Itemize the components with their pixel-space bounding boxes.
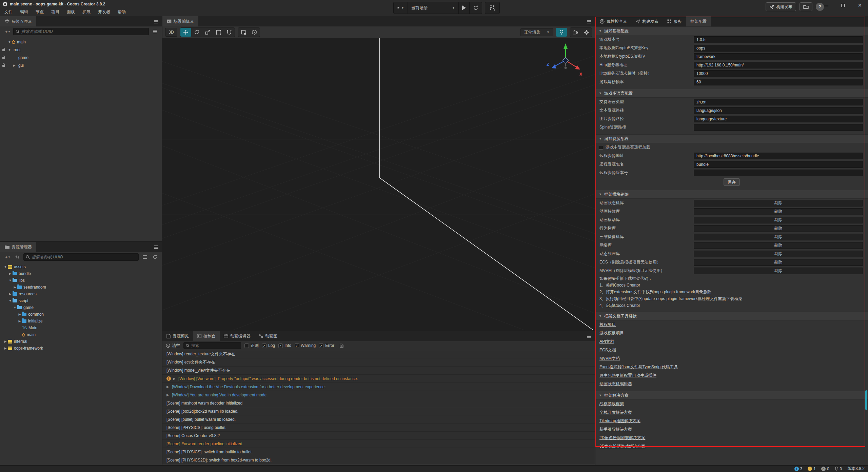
remote-bundle-input[interactable] bbox=[694, 162, 863, 167]
tab-asset-preview[interactable]: 资源预览 bbox=[162, 331, 193, 341]
menu-project[interactable]: 项目 bbox=[47, 8, 63, 16]
remove-module-button[interactable]: 剔除 bbox=[694, 234, 863, 240]
doc-link[interactable]: API文档 bbox=[599, 339, 614, 345]
caret-open-icon[interactable]: ▼ bbox=[13, 306, 17, 309]
lock-icon[interactable] bbox=[2, 49, 5, 51]
tab-console[interactable]: 控制台 bbox=[193, 331, 220, 341]
section-resource-config[interactable]: ▼ 游戏资源配置 bbox=[595, 134, 868, 143]
log-row[interactable]: [Window] render_texture文件夹不存在 bbox=[162, 350, 595, 358]
fps-input[interactable] bbox=[694, 80, 863, 84]
help-button[interactable]: ? bbox=[816, 3, 824, 11]
expand-icon[interactable]: ▶ bbox=[166, 393, 170, 397]
menu-developer[interactable]: 开发者 bbox=[94, 8, 114, 16]
render-mode-select[interactable]: 正常渲染 ▼ bbox=[520, 28, 553, 36]
caret-closed-icon[interactable]: ▶ bbox=[3, 347, 8, 350]
remove-module-button[interactable]: 剔除 bbox=[694, 251, 863, 257]
caret-closed-icon[interactable]: ▶ bbox=[8, 292, 13, 296]
asset-node-initialize[interactable]: ▶ initialize bbox=[0, 318, 162, 324]
caret-open-icon[interactable]: ▼ bbox=[7, 40, 12, 44]
filter-log-checkbox[interactable]: Log bbox=[262, 343, 275, 348]
regex-checkbox[interactable]: 正则 bbox=[244, 343, 259, 349]
remove-module-button[interactable]: 剔除 bbox=[694, 268, 863, 274]
console-log-list[interactable]: [Window] render_texture文件夹不存在 [Window] e… bbox=[162, 350, 595, 465]
create-node-button[interactable]: ＋▾ bbox=[3, 28, 11, 35]
rect-tool-button[interactable] bbox=[213, 28, 224, 37]
assets-filter-button[interactable] bbox=[141, 253, 149, 261]
create-asset-button[interactable]: ＋▾ bbox=[3, 253, 11, 261]
asset-node-internal[interactable]: ▶ internal bbox=[0, 338, 162, 345]
asset-node-oops-framework[interactable]: ▶ oops-framework bbox=[0, 345, 162, 352]
console-menu-button[interactable] bbox=[587, 334, 591, 339]
menu-panel[interactable]: 面板 bbox=[63, 8, 79, 16]
asset-node-assets[interactable]: ▼ assets bbox=[0, 263, 162, 270]
menu-help[interactable]: 帮助 bbox=[114, 8, 130, 16]
console-search-input[interactable] bbox=[191, 343, 232, 348]
close-button[interactable]: ✕ bbox=[856, 3, 863, 8]
transform-gizmo-button[interactable] bbox=[224, 28, 235, 37]
log-row[interactable]: [Scene] Cocos Creator v3.8.2 bbox=[162, 432, 595, 440]
sort-assets-button[interactable] bbox=[13, 253, 21, 261]
doc-link[interactable]: ECS文档 bbox=[599, 347, 616, 353]
scene-menu-button[interactable] bbox=[587, 20, 591, 24]
filter-info-checkbox[interactable]: Info bbox=[278, 343, 291, 348]
hierarchy-search-input[interactable] bbox=[21, 29, 146, 34]
doc-link[interactable]: 原生包热更新配置自动生成插件 bbox=[599, 373, 656, 378]
hierarchy-menu-button[interactable] bbox=[154, 20, 158, 24]
menu-node[interactable]: 节点 bbox=[32, 8, 47, 16]
remove-module-button[interactable]: 剔除 bbox=[694, 217, 863, 223]
remote-version-input[interactable] bbox=[694, 171, 863, 175]
caret-closed-icon[interactable]: ▶ bbox=[8, 272, 13, 275]
scene-viewport[interactable]: X Z bbox=[162, 38, 595, 330]
status-info[interactable]: i 3 bbox=[794, 467, 803, 471]
remote-load-checkbox[interactable] bbox=[599, 145, 603, 150]
log-row[interactable]: [Window] ecs文件夹不存在 bbox=[162, 358, 595, 367]
log-row-info[interactable]: ▶ [Window] Download the Vue Devtools ext… bbox=[162, 383, 595, 391]
scene-settings-button[interactable] bbox=[581, 28, 592, 37]
remove-module-button[interactable]: 剔除 bbox=[694, 208, 863, 215]
menu-extension[interactable]: 扩展 bbox=[79, 8, 94, 16]
caret-open-icon[interactable]: ▼ bbox=[8, 279, 13, 282]
tab-assets[interactable]: 资源管理器 bbox=[0, 242, 36, 252]
reload-button[interactable] bbox=[470, 2, 482, 14]
section-basic-config[interactable]: ▼ 游戏基础配置 bbox=[595, 26, 868, 35]
assets-search-input[interactable] bbox=[32, 255, 136, 259]
lang-texture-path-input[interactable] bbox=[694, 117, 863, 121]
section-doc-links[interactable]: ▼ 框架文档工具链接 bbox=[595, 312, 868, 320]
remove-module-button[interactable]: 剔除 bbox=[694, 225, 863, 232]
doc-link[interactable]: 教程项目 bbox=[599, 322, 616, 328]
save-button[interactable]: 保存 bbox=[724, 178, 740, 186]
asset-node-main-ts[interactable]: TS Main bbox=[0, 324, 162, 331]
log-row[interactable]: [Scene] [PHYSICS2D]: switch from box2d-w… bbox=[162, 456, 595, 464]
asset-node-script[interactable]: ▼ script bbox=[0, 297, 162, 304]
http-timeout-input[interactable] bbox=[694, 71, 863, 76]
log-row[interactable]: [Scene] [PHYSICS]: using builtin. bbox=[162, 424, 595, 432]
solution-link[interactable]: 新手引导解决方案 bbox=[599, 427, 632, 432]
orientation-gizmo[interactable]: X Z bbox=[545, 41, 585, 78]
doc-link[interactable]: 游戏模板项目 bbox=[599, 330, 624, 336]
hierarchy-node-main[interactable]: ▼ main bbox=[0, 38, 162, 46]
filter-error-checkbox[interactable]: Error bbox=[319, 343, 334, 348]
caret-closed-icon[interactable]: ▶ bbox=[3, 340, 8, 343]
scale-tool-button[interactable] bbox=[202, 28, 213, 37]
tab-animation-graph[interactable]: 动画图 bbox=[255, 331, 281, 341]
game-version-input[interactable] bbox=[694, 37, 863, 42]
pivot-toggle-button[interactable] bbox=[238, 28, 249, 37]
expand-icon[interactable]: ▶ bbox=[166, 385, 170, 389]
caret-closed-icon[interactable]: ▶ bbox=[13, 286, 17, 289]
assets-searchbox[interactable] bbox=[23, 253, 139, 261]
remote-url-input[interactable] bbox=[694, 154, 863, 158]
solution-link[interactable]: 全栈开发解决方案 bbox=[599, 410, 632, 415]
console-searchbox[interactable] bbox=[183, 342, 241, 349]
section-language-config[interactable]: ▼ 游戏多语言配置 bbox=[595, 89, 868, 98]
asset-node-main-scene[interactable]: main bbox=[0, 331, 162, 338]
clear-console-button[interactable]: 清空 bbox=[166, 343, 180, 349]
hierarchy-filter-button[interactable] bbox=[151, 28, 159, 35]
preview-browser-button[interactable]: ▼ bbox=[394, 2, 408, 14]
open-log-file-button[interactable] bbox=[338, 342, 346, 349]
coordinate-toggle-button[interactable] bbox=[249, 28, 260, 37]
remove-module-button[interactable]: 剔除 bbox=[694, 242, 863, 249]
http-server-input[interactable] bbox=[694, 63, 863, 67]
solution-link[interactable]: 战棋游戏框架 bbox=[599, 401, 624, 407]
menu-edit[interactable]: 编辑 bbox=[16, 8, 32, 16]
doc-link[interactable]: MVVM文档 bbox=[599, 356, 620, 361]
